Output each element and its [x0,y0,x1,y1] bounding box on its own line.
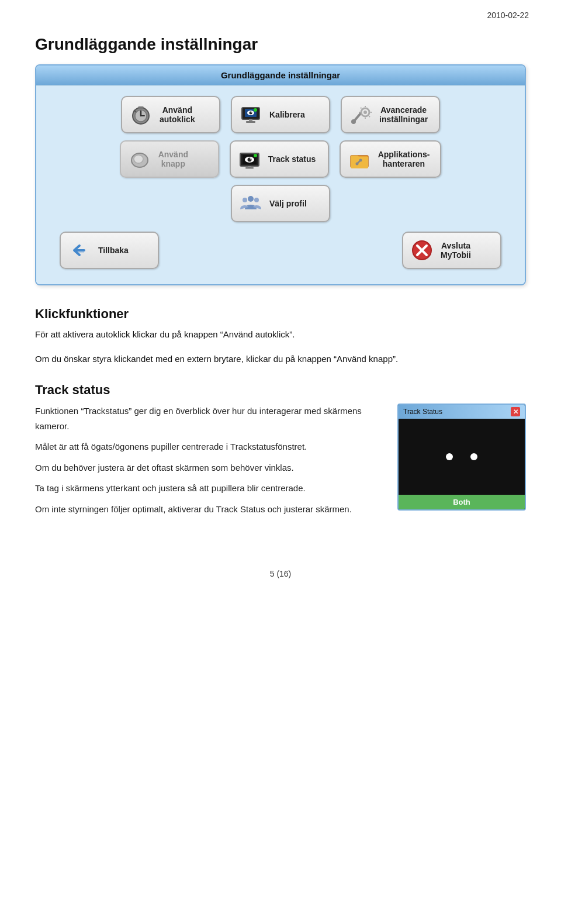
svg-point-11 [254,108,257,112]
clock-icon [128,102,154,127]
track-status-label: Track status [268,154,316,164]
svg-point-29 [250,158,251,160]
applikationer-button[interactable]: Applikations-hanteraren [340,140,442,178]
anvand-knapp-label: Användknapp [158,150,188,168]
eye-icon [237,146,262,172]
svg-point-28 [247,158,251,162]
track-para1: Funktionen “Trackstatus” ger dig en över… [35,404,380,433]
page-title: Grundläggande inställningar [35,35,526,54]
avsluta-button[interactable]: AvslutaMyTobii [402,232,501,269]
klickfunktioner-text2: Om du önskar styra klickandet med en ext… [35,352,526,366]
svg-rect-4 [138,106,144,109]
svg-point-24 [134,155,143,163]
page-footer: 5 (16) [35,569,526,578]
button-row-1: Användautoklick [121,96,440,133]
klickfunktioner-title: Klickfunktioner [35,306,526,322]
knapp-icon [127,146,153,172]
svg-point-14 [351,119,356,124]
avsluta-label: AvslutaMyTobii [441,241,471,260]
track-para2: Målet är att få ögats/ögonens pupiller c… [35,439,380,454]
track-status-image: Track Status ✕ Both [397,404,526,511]
anvand-autoklick-label: Användautoklick [160,105,195,124]
svg-rect-32 [245,167,254,169]
svg-line-21 [361,108,362,109]
track-screen-area [399,419,525,495]
valj-profil-label: Välj profil [269,199,307,208]
svg-point-35 [359,159,362,162]
track-close-button[interactable]: ✕ [511,407,520,416]
svg-point-37 [243,198,247,202]
svg-point-34 [355,163,358,166]
valj-profil-button[interactable]: Välj profil [231,185,330,222]
anvand-knapp-button[interactable]: Användknapp [120,140,219,178]
kalibrera-label: Kalibrera [269,110,305,119]
dialog-content: Användautoklick [36,85,525,284]
monitor-eye-icon [238,102,264,127]
arrow-left-icon [67,237,92,263]
button-row-bottom: Tillbaka AvslutaMyTobii [48,229,513,271]
track-para3: Om du behöver justera är det oftast skär… [35,460,380,475]
tillbaka-button[interactable]: Tillbaka [60,232,159,269]
tools-icon [348,102,373,127]
track-status-section: Funktionen “Trackstatus” ger dig en över… [35,404,526,522]
anvand-autoklick-button[interactable]: Användautoklick [121,96,220,133]
track-titlebar: Track Status ✕ [399,405,525,419]
track-status-button[interactable]: Track status [230,140,329,178]
track-status-title: Track status [35,382,526,398]
button-row-3: Välj profil [231,185,330,222]
track-status-text-block: Funktionen “Trackstatus” ger dig en över… [35,404,380,522]
x-icon [409,237,435,263]
track-para4: Ta tag i skärmens ytterkant och justera … [35,481,380,496]
left-eye-dot [446,453,453,460]
track-title-label: Track Status [403,408,442,416]
avancerade-label: Avanceradeinställningar [379,105,428,124]
settings-dialog: Grundläggande inställningar Användautokl… [35,64,526,285]
folder-icon [347,146,372,172]
svg-line-22 [369,116,370,118]
avancerade-button[interactable]: Avanceradeinställningar [341,96,440,133]
track-para5: Om inte styrningen följer optimalt, akti… [35,502,380,517]
svg-point-16 [363,111,367,114]
svg-point-30 [254,154,257,157]
svg-point-9 [250,112,252,115]
svg-point-38 [254,198,259,202]
klickfunktioner-text1: För att aktivera autoklick klickar du på… [35,327,526,342]
people-icon [238,191,264,216]
svg-rect-13 [246,121,255,123]
svg-point-36 [248,196,254,202]
svg-point-10 [251,112,252,113]
button-row-2: Användknapp [120,140,442,178]
tillbaka-label: Tillbaka [98,246,129,255]
applikationer-label: Applikations-hanteraren [378,150,430,168]
right-eye-dot [470,453,477,460]
dialog-titlebar: Grundläggande inställningar [36,65,525,85]
track-both-label: Both [399,495,525,509]
kalibrera-button[interactable]: Kalibrera [231,96,330,133]
document-date: 2010-02-22 [487,11,529,20]
